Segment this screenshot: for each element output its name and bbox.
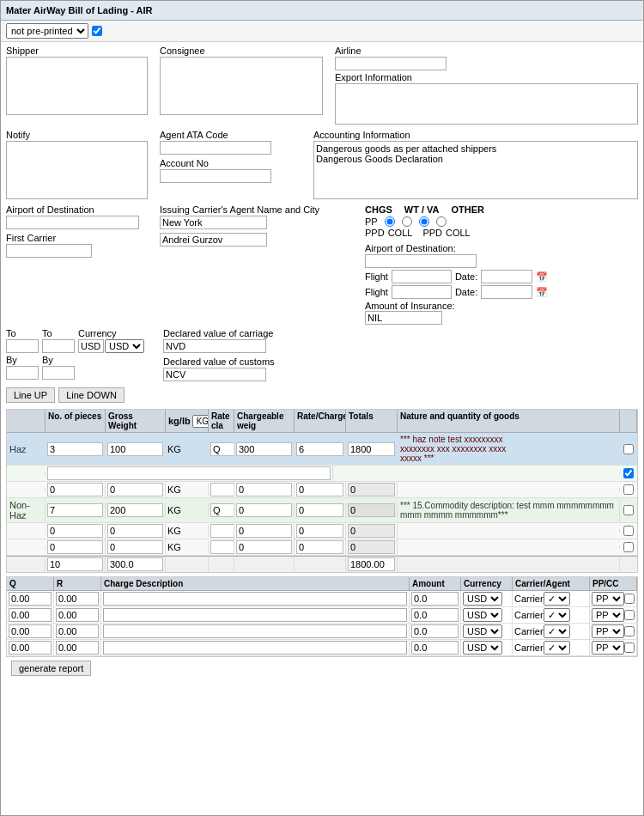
currency1-select[interactable]: USD xyxy=(463,592,502,606)
airline-input[interactable] xyxy=(335,57,447,70)
accounting-info-input[interactable]: Dangerous goods as per attached shippers… xyxy=(313,141,638,199)
chargeable-input-z3[interactable] xyxy=(236,540,292,554)
pieces-input-z3[interactable] xyxy=(47,540,103,554)
rateclass-input-z3[interactable] xyxy=(210,540,234,554)
date-input1[interactable] xyxy=(481,270,532,283)
rateclass-input-haz[interactable] xyxy=(210,442,234,456)
date-input2[interactable] xyxy=(481,285,532,299)
currency-input[interactable] xyxy=(78,339,104,353)
declared-customs-input[interactable] xyxy=(163,368,266,381)
amount2-input[interactable] xyxy=(411,608,459,622)
line-down-button[interactable]: Line DOWN xyxy=(58,387,125,403)
amount4-input[interactable] xyxy=(411,641,459,655)
issuing-carrier-agent[interactable] xyxy=(160,233,267,247)
by-input1[interactable] xyxy=(6,366,39,380)
rateclass-input-z1[interactable] xyxy=(210,483,234,496)
carrier2-select[interactable]: ✓ xyxy=(544,608,570,622)
amount-ins-input[interactable] xyxy=(365,311,442,325)
pp2-select[interactable]: PPCC xyxy=(592,608,624,622)
account-no-input[interactable] xyxy=(160,169,271,183)
total-input-z3[interactable] xyxy=(348,540,395,554)
airport-dest-right-input[interactable] xyxy=(365,254,477,268)
check-haz[interactable] xyxy=(623,444,634,454)
r3-input[interactable] xyxy=(56,624,99,638)
chgs-pp-radio[interactable] xyxy=(385,216,395,227)
notify-input[interactable] xyxy=(6,141,148,199)
amount1-input[interactable] xyxy=(411,592,459,606)
r4-input[interactable] xyxy=(56,641,99,655)
desc3-input[interactable] xyxy=(103,624,407,638)
airport-dest-input[interactable] xyxy=(6,216,139,229)
ppcc4-check[interactable] xyxy=(624,642,635,653)
chgs-other2-radio[interactable] xyxy=(436,216,447,227)
calendar-icon1[interactable]: 📅 xyxy=(536,271,548,283)
rate-input-z1[interactable] xyxy=(296,483,343,496)
check-z3[interactable] xyxy=(623,542,634,552)
q4-input[interactable] xyxy=(9,641,52,655)
wide-input-empty1[interactable] xyxy=(47,466,331,480)
q1-input[interactable] xyxy=(9,592,52,606)
pp3-select[interactable]: PPCC xyxy=(592,624,624,638)
chargeable-input-haz[interactable] xyxy=(236,442,292,456)
ppcc1-check[interactable] xyxy=(624,594,635,604)
ppcc2-check[interactable] xyxy=(624,610,635,620)
flight-input2[interactable] xyxy=(392,285,452,299)
total-input-haz[interactable] xyxy=(348,442,395,456)
gross-input-nh[interactable] xyxy=(107,503,163,517)
export-info-input[interactable] xyxy=(335,83,638,125)
desc2-input[interactable] xyxy=(103,608,407,622)
carrier4-select[interactable]: ✓ xyxy=(544,641,570,655)
total-input-z2[interactable] xyxy=(348,524,395,538)
check-z2[interactable] xyxy=(623,526,634,536)
total-input-z1[interactable] xyxy=(348,483,395,496)
gross-input-haz[interactable] xyxy=(107,442,163,456)
by-input2[interactable] xyxy=(42,366,75,380)
gross-input-z1[interactable] xyxy=(107,483,163,496)
rate-input-z3[interactable] xyxy=(296,540,343,554)
carrier1-select[interactable]: ✓ xyxy=(544,592,570,606)
totals-gross-input[interactable] xyxy=(107,557,163,571)
pp1-select[interactable]: PPCC xyxy=(592,592,624,606)
check-z1[interactable] xyxy=(623,484,634,495)
flight-input1[interactable] xyxy=(392,270,452,283)
currency2-select[interactable]: USD xyxy=(463,608,502,622)
agent-ata-input[interactable] xyxy=(160,141,271,155)
kglb-select[interactable]: KGLB xyxy=(192,415,209,428)
gross-input-z2[interactable] xyxy=(107,524,163,538)
q3-input[interactable] xyxy=(9,624,52,638)
to-input1[interactable] xyxy=(6,339,39,353)
shipper-input[interactable] xyxy=(6,57,148,115)
r2-input[interactable] xyxy=(56,608,99,622)
carrier3-select[interactable]: ✓ xyxy=(544,624,570,638)
first-carrier-input[interactable] xyxy=(6,244,92,258)
declared-carriage-input[interactable] xyxy=(163,339,266,353)
rate-input-nh[interactable] xyxy=(296,503,343,517)
check-nh[interactable] xyxy=(623,505,634,515)
pre-printed-checkbox[interactable] xyxy=(92,26,102,36)
pieces-input-z2[interactable] xyxy=(47,524,103,538)
issuing-carrier-name[interactable] xyxy=(160,216,267,229)
currency-select[interactable]: USD xyxy=(105,339,144,353)
pre-printed-dropdown[interactable]: not pre-printed pre-printed xyxy=(6,23,88,39)
ppcc3-check[interactable] xyxy=(624,626,635,636)
r1-input[interactable] xyxy=(56,592,99,606)
calendar-icon2[interactable]: 📅 xyxy=(536,287,548,298)
pieces-input-nh[interactable] xyxy=(47,503,103,517)
chargeable-input-nh[interactable] xyxy=(236,503,292,517)
amount3-input[interactable] xyxy=(411,624,459,638)
to-input2[interactable] xyxy=(42,339,75,353)
rate-input-z2[interactable] xyxy=(296,524,343,538)
chgs-wt-radio[interactable] xyxy=(402,216,412,227)
total-input-nh[interactable] xyxy=(348,503,395,517)
currency4-select[interactable]: USD xyxy=(463,641,502,655)
currency3-select[interactable]: USD xyxy=(463,624,502,638)
pieces-input-z1[interactable] xyxy=(47,483,103,496)
rate-input-haz[interactable] xyxy=(296,442,343,456)
generate-report-button[interactable]: generate report xyxy=(11,661,91,676)
gross-input-z3[interactable] xyxy=(107,540,163,554)
chgs-other-radio[interactable] xyxy=(419,216,429,227)
q2-input[interactable] xyxy=(9,608,52,622)
chargeable-input-z2[interactable] xyxy=(236,524,292,538)
totals-pieces-input[interactable] xyxy=(47,557,103,571)
totals-total-input[interactable] xyxy=(348,557,395,571)
